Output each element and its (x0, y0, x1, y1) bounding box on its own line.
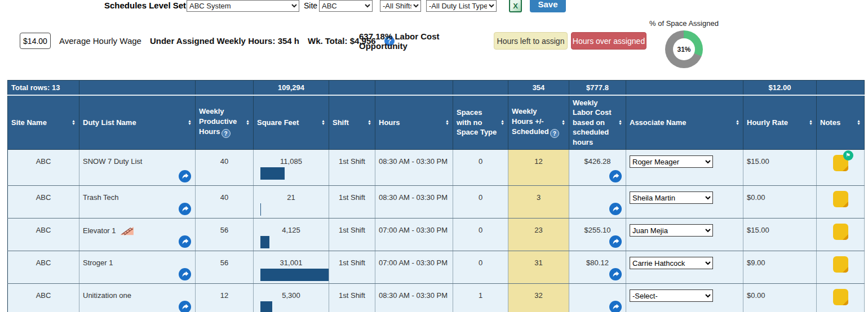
site-select[interactable]: ABC (319, 0, 373, 12)
hours-over-assigned-button[interactable]: Hours over assigned (571, 32, 646, 50)
site-name-cell: ABC (8, 251, 79, 284)
average-wage-input[interactable] (20, 33, 51, 49)
duty-list-name-cell: Trash Tech (79, 186, 196, 219)
schedules-level-set-label: Schedules Level Set (104, 1, 186, 10)
duty-list-detail-button[interactable] (179, 235, 191, 248)
spaces-no-space-type-cell[interactable]: 0 (453, 186, 508, 219)
duty-list-types-select[interactable]: -All Duty List Types- (426, 0, 497, 12)
column-header-weekly-labor-cost-based-on-scheduled-hours[interactable]: Weekly Labor Cost based on scheduled hou… (569, 95, 626, 150)
spaces-no-space-type-cell[interactable]: 1 (453, 284, 508, 312)
notes-cell (817, 284, 865, 312)
save-button[interactable]: Save (530, 0, 566, 12)
column-label: Hourly Rate (747, 118, 788, 128)
notes-cell (817, 251, 865, 284)
notes-cell (817, 219, 865, 251)
note-icon[interactable] (833, 191, 848, 207)
associate-name-cell: Sheila Martin (626, 186, 743, 219)
weekly-productive-hours-cell: 40 (196, 186, 254, 219)
duty-list-detail-button[interactable] (179, 203, 191, 215)
column-header-weekly-hours-scheduled[interactable]: Weekly Hours +/- Scheduled?▲▼ (508, 95, 569, 150)
column-help-icon[interactable]: ? (222, 129, 231, 138)
square-feet-bar (260, 167, 285, 180)
hours-cell: 08:30 AM - 03:30 PM (375, 186, 453, 219)
hours-cell: 07:00 AM - 03:30 PM (375, 219, 453, 251)
column-label: Weekly Labor Cost based on scheduled hou… (573, 98, 616, 148)
labor-cost-opportunity-label: 637.18% Labor Cost Opportunity (359, 32, 486, 51)
square-feet-total: 109,294 (254, 81, 329, 95)
schedules-page: Schedules Level Set ABC System Site ABC … (0, 0, 868, 312)
associate-select[interactable]: -Select- (630, 289, 713, 302)
labor-cost-detail-button[interactable] (609, 268, 622, 280)
sort-icon: ▲▼ (246, 119, 250, 125)
duty-list-detail-button[interactable] (179, 170, 191, 182)
note-icon[interactable] (833, 256, 848, 273)
weekly-productive-hours-cell: 12 (196, 284, 254, 312)
weekly-hours-scheduled-cell: 31 (508, 251, 569, 284)
level-set-select[interactable]: ABC System (187, 0, 299, 12)
weekly-labor-cost-cell: $80.12 (569, 251, 626, 284)
column-header-square-feet[interactable]: Square Feet▲▼ (254, 95, 329, 150)
associate-select[interactable]: Sheila Martin (630, 191, 713, 204)
associate-select[interactable]: Roger Meager (630, 155, 713, 168)
space-assigned-percent: 31% (665, 30, 703, 68)
note-icon[interactable] (833, 289, 848, 305)
associate-name-cell: -Select- (626, 284, 743, 312)
weekly-hours-scheduled-cell: 32 (508, 284, 569, 312)
spaces-no-space-type-cell[interactable]: 0 (453, 150, 508, 186)
labor-cost-opportunity-bar: 637.18% Labor Cost Opportunity (359, 29, 486, 52)
duty-list-name-cell: SNOW 7 Duty List (79, 150, 196, 186)
column-help-icon[interactable]: ? (550, 129, 559, 138)
labor-cost-value: $255.10 (573, 226, 622, 234)
weekly-hours-scheduled-cell: 3 (508, 186, 569, 219)
column-label: Square Feet (257, 118, 299, 128)
excel-export-icon[interactable]: X (509, 0, 522, 12)
column-header-shift[interactable]: Shift▲▼ (329, 95, 375, 150)
hourly-rate-average: $12.00 (743, 81, 817, 95)
associate-name-cell: Carrie Hathcock (626, 251, 743, 284)
note-icon[interactable]: ⚑ (833, 155, 848, 171)
site-name-cell: ABC (8, 219, 79, 251)
column-header-duty-list-name[interactable]: Duty List Name▲▼ (79, 95, 196, 150)
column-header-spaces-with-no-space-type[interactable]: Spaces with no Space Type▲▼ (453, 95, 508, 150)
square-feet-bar (260, 236, 269, 248)
labor-cost-detail-button[interactable] (609, 301, 622, 312)
duty-list-detail-button[interactable] (179, 268, 191, 280)
column-label: Associate Name (630, 118, 686, 128)
column-label: Site Name (11, 118, 47, 128)
column-header-weekly-productive-hours[interactable]: Weekly Productive Hours?▲▼ (196, 95, 254, 150)
total-rows-count: Total rows: 13 (8, 81, 79, 95)
spaces-no-space-type-cell[interactable]: 0 (453, 251, 508, 284)
square-feet-bar (260, 203, 261, 216)
column-header-hours[interactable]: Hours▲▼ (375, 95, 453, 150)
weekly-productive-hours-cell: 40 (196, 150, 254, 186)
sort-icon: ▲▼ (445, 119, 449, 125)
duty-list-detail-button[interactable] (179, 301, 191, 312)
column-header-site-name[interactable]: Site Name▲▼ (8, 95, 79, 150)
square-feet-value: 31,001 (257, 258, 325, 267)
hourly-rate-cell: $15.00 (743, 219, 817, 251)
associate-select[interactable]: Juan Mejia (630, 224, 713, 237)
site-name-cell: ABC (8, 150, 79, 186)
sort-icon: ▲▼ (809, 119, 813, 125)
sort-icon: ▲▼ (367, 119, 371, 125)
labor-cost-detail-button[interactable] (609, 235, 622, 248)
spaces-no-space-type-cell[interactable]: 0 (453, 219, 508, 251)
labor-cost-detail-button[interactable] (609, 170, 622, 182)
sort-icon: ▲▼ (72, 119, 76, 125)
square-feet-value: 21 (257, 193, 325, 202)
note-icon[interactable] (833, 224, 848, 240)
shift-cell: 1st Shift (329, 186, 375, 219)
weekly-hours-total: 354 (508, 81, 569, 95)
column-header-notes[interactable]: Notes▲▼ (817, 95, 865, 150)
associate-select[interactable]: Carrie Hathcock (630, 257, 713, 269)
labor-cost-detail-button[interactable] (609, 203, 622, 215)
column-header-hourly-rate[interactable]: Hourly Rate▲▼ (743, 95, 817, 150)
shift-cell: 1st Shift (329, 251, 375, 284)
hours-cell: 07:00 AM - 03:30 PM (375, 251, 453, 284)
column-header-associate-name[interactable]: Associate Name▲▼ (626, 95, 743, 150)
column-label: Weekly Productive Hours? (199, 106, 243, 138)
hours-left-to-assign-button[interactable]: Hours left to assign (494, 32, 568, 50)
associate-name-cell: Juan Mejia (626, 219, 743, 251)
weekly-labor-cost-cell (569, 186, 626, 219)
shifts-select[interactable]: -All Shifts- (380, 0, 421, 12)
